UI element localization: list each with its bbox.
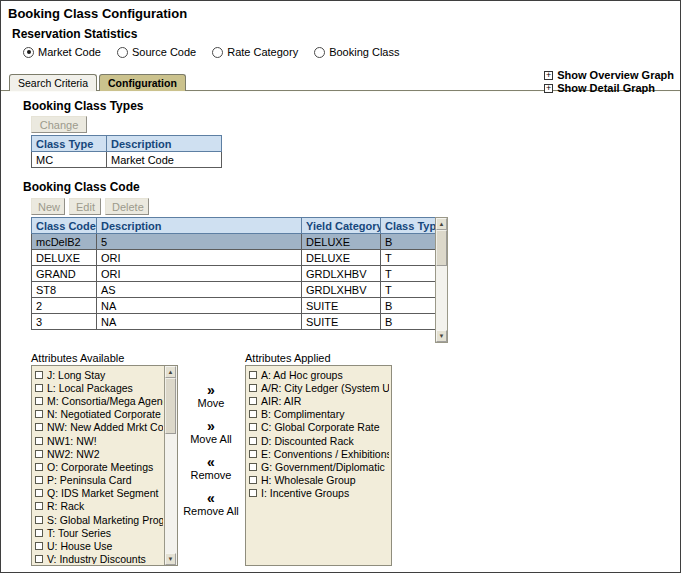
- list-item[interactable]: L: Local Packages: [33, 381, 163, 394]
- cell-description: 5: [97, 234, 302, 250]
- cell-class-code: 3: [32, 314, 97, 330]
- list-item[interactable]: J: Long Stay: [33, 368, 163, 381]
- list-item[interactable]: R: Rack: [33, 500, 163, 513]
- scroll-down-button[interactable]: ▼: [436, 330, 447, 342]
- checkbox-icon[interactable]: [35, 529, 43, 537]
- checkbox-icon[interactable]: [35, 502, 43, 510]
- column-header: Description: [97, 218, 302, 234]
- delete-button[interactable]: Delete: [105, 198, 149, 215]
- list-item[interactable]: E: Conventions / Exhibitions: [247, 447, 389, 460]
- checkbox-icon[interactable]: [35, 423, 43, 431]
- cell-description: Market Code: [107, 152, 222, 168]
- radio-booking-class[interactable]: Booking Class: [314, 46, 399, 58]
- list-item[interactable]: NW1: NW!: [33, 434, 163, 447]
- list-item-label: J: Long Stay: [47, 369, 105, 381]
- list-item[interactable]: Q: IDS Market Segment: [33, 487, 163, 500]
- checkbox-icon[interactable]: [35, 489, 43, 497]
- cell-class-type: T: [381, 282, 436, 298]
- checkbox-icon[interactable]: [35, 555, 43, 563]
- list-item[interactable]: T: Tour Series: [33, 526, 163, 539]
- list-item[interactable]: U: House Use: [33, 539, 163, 552]
- checkbox-icon[interactable]: [35, 463, 43, 471]
- remove-label: Remove: [191, 469, 232, 482]
- checkbox-icon[interactable]: [249, 437, 257, 445]
- checkbox-icon[interactable]: [249, 423, 257, 431]
- show-detail-graph-link[interactable]: + Show Detail Graph: [544, 82, 674, 94]
- remove-button[interactable]: « Remove: [191, 455, 232, 482]
- list-item[interactable]: O: Corporate Meetings: [33, 460, 163, 473]
- list-item[interactable]: G: Government/Diplomatic: [247, 460, 389, 473]
- cell-class-code: mcDelB2: [32, 234, 97, 250]
- checkbox-icon[interactable]: [249, 384, 257, 392]
- table-row[interactable]: 2 NA SUITE B: [32, 298, 436, 314]
- list-item[interactable]: P: Peninsula Card: [33, 474, 163, 487]
- tab-configuration[interactable]: Configuration: [99, 74, 186, 91]
- list-item[interactable]: V: Industry Discounts: [33, 553, 163, 564]
- checkbox-icon[interactable]: [249, 410, 257, 418]
- checkbox-icon[interactable]: [249, 450, 257, 458]
- list-item[interactable]: A: Ad Hoc groups: [247, 368, 389, 381]
- remove-all-label: Remove All: [183, 505, 239, 518]
- list-item[interactable]: A/R: City Ledger (System Used): [247, 381, 389, 394]
- checkbox-icon[interactable]: [35, 437, 43, 445]
- checkbox-icon[interactable]: [249, 371, 257, 379]
- list-item[interactable]: S: Global Marketing Programme: [33, 513, 163, 526]
- list-item-label: S: Global Marketing Programme: [47, 514, 163, 526]
- list-item[interactable]: C: Global Corporate Rate: [247, 421, 389, 434]
- checkbox-icon[interactable]: [35, 384, 43, 392]
- edit-button[interactable]: Edit: [69, 198, 101, 215]
- cell-description: AS: [97, 282, 302, 298]
- list-item[interactable]: I: Incentive Groups: [247, 487, 389, 500]
- remove-all-button[interactable]: « Remove All: [183, 491, 239, 518]
- listbox-items: J: Long Stay L: Local Packages M: Consor…: [33, 368, 163, 564]
- table-row-selected[interactable]: mcDelB2 5 DELUXE B: [32, 234, 436, 250]
- checkbox-icon[interactable]: [35, 371, 43, 379]
- radio-label: Source Code: [132, 46, 196, 58]
- checkbox-icon[interactable]: [35, 516, 43, 524]
- scroll-down-button[interactable]: ▼: [165, 553, 176, 565]
- checkbox-icon[interactable]: [35, 410, 43, 418]
- checkbox-icon[interactable]: [249, 489, 257, 497]
- change-button[interactable]: Change: [31, 116, 87, 133]
- new-button[interactable]: New: [31, 198, 65, 215]
- list-item-label: A/R: City Ledger (System Used): [261, 382, 389, 394]
- table-row[interactable]: MC Market Code: [32, 152, 222, 168]
- table-row[interactable]: ST8 AS GRDLXHBV T: [32, 282, 436, 298]
- vertical-scrollbar[interactable]: ▲ ▼: [164, 366, 177, 565]
- checkbox-icon[interactable]: [249, 476, 257, 484]
- scroll-up-button[interactable]: ▲: [165, 366, 176, 378]
- scroll-thumb[interactable]: [436, 230, 447, 266]
- cell-description: NA: [97, 298, 302, 314]
- list-item[interactable]: D: Discounted Rack: [247, 434, 389, 447]
- checkbox-icon[interactable]: [35, 476, 43, 484]
- list-item-label: H: Wholesale Group: [261, 474, 356, 486]
- table-row[interactable]: GRAND ORI GRDLXHBV T: [32, 266, 436, 282]
- show-overview-graph-link[interactable]: + Show Overview Graph: [544, 69, 674, 81]
- radio-rate-category[interactable]: Rate Category: [212, 46, 298, 58]
- list-item[interactable]: B: Complimentary: [247, 408, 389, 421]
- checkbox-icon[interactable]: [249, 397, 257, 405]
- move-all-button[interactable]: » Move All: [190, 419, 232, 446]
- checkbox-icon[interactable]: [249, 463, 257, 471]
- tab-search-criteria[interactable]: Search Criteria: [9, 74, 97, 91]
- list-item[interactable]: M: Consortia/Mega Agencies: [33, 394, 163, 407]
- table-row[interactable]: 3 NA SUITE B: [32, 314, 436, 330]
- radio-source-code[interactable]: Source Code: [117, 46, 196, 58]
- column-header: Yield Category: [302, 218, 381, 234]
- scroll-up-button[interactable]: ▲: [436, 218, 447, 230]
- checkbox-icon[interactable]: [35, 542, 43, 550]
- list-item[interactable]: NW2: NW2: [33, 447, 163, 460]
- vertical-scrollbar[interactable]: ▲ ▼: [435, 217, 448, 343]
- move-button[interactable]: » Move: [198, 383, 225, 410]
- table-row[interactable]: DELUXE ORI DELUXE T: [32, 250, 436, 266]
- list-item[interactable]: N: Negotiated Corporate: [33, 408, 163, 421]
- radio-market-code[interactable]: Market Code: [23, 46, 101, 58]
- checkbox-icon[interactable]: [35, 397, 43, 405]
- cell-yield-category: GRDLXHBV: [302, 282, 381, 298]
- list-item[interactable]: NW: New Added Mrkt Code: [33, 421, 163, 434]
- list-item[interactable]: AIR: AIR: [247, 394, 389, 407]
- scroll-thumb[interactable]: [165, 378, 176, 434]
- checkbox-icon[interactable]: [35, 450, 43, 458]
- list-item[interactable]: H: Wholesale Group: [247, 474, 389, 487]
- radio-icon: [314, 47, 325, 58]
